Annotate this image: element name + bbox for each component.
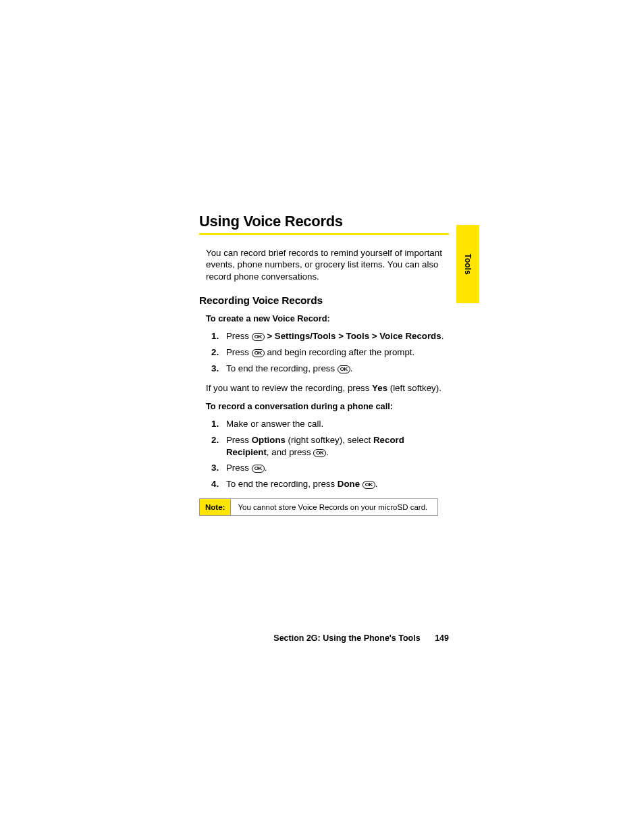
step-number: 2. [211, 434, 219, 446]
step-2: 2. Press OK and begin recording after th… [199, 346, 449, 359]
content-column: Using Voice Records You can record brief… [199, 213, 449, 516]
step-text: . [326, 447, 329, 457]
ok-key-icon: OK [252, 465, 265, 473]
step-text: To end the recording, press [226, 363, 338, 373]
review-line: If you want to review the recording, pre… [206, 383, 449, 393]
page: Tools Using Voice Records You can record… [0, 0, 644, 834]
step-2: 2. Press Options (right softkey), select… [199, 434, 449, 459]
footer-page-number: 149 [435, 633, 449, 643]
side-tab-label: Tools [463, 253, 473, 274]
step-text: . [441, 331, 444, 341]
step-path: > Settings/Tools > Tools > Voice Records [265, 331, 441, 341]
step-text: . [350, 363, 353, 373]
step-text: , and press [267, 447, 313, 457]
step-number: 1. [211, 418, 219, 430]
section-title: Using Voice Records [199, 213, 449, 230]
ok-key-icon: OK [363, 481, 375, 489]
review-text: If you want to review the recording, pre… [206, 383, 372, 393]
step-number: 1. [211, 330, 219, 342]
step-number: 3. [211, 462, 219, 474]
step-1: 1. Press OK > Settings/Tools > Tools > V… [199, 330, 449, 342]
step-text: and begin recording after the prompt. [265, 347, 415, 357]
step-number: 2. [211, 346, 219, 359]
title-underline [199, 233, 449, 235]
ok-key-icon: OK [252, 333, 265, 341]
page-footer: Section 2G: Using the Phone's Tools 149 [199, 633, 449, 643]
step-text: Press [226, 435, 252, 445]
step-1: 1. Make or answer the call. [199, 418, 449, 430]
lead-record-call: To record a conversation during a phone … [206, 401, 449, 411]
ok-key-icon: OK [252, 349, 265, 357]
note-text: You cannot store Voice Records on your m… [231, 499, 437, 515]
lead-create: To create a new Voice Record: [206, 313, 449, 323]
subsection-title: Recording Voice Records [199, 294, 449, 307]
step-text: Press [226, 347, 252, 357]
steps-create: 1. Press OK > Settings/Tools > Tools > V… [199, 330, 449, 375]
side-tab: Tools [456, 225, 479, 303]
note-box: Note: You cannot store Voice Records on … [199, 498, 438, 516]
steps-record-call: 1. Make or answer the call. 2. Press Opt… [199, 418, 449, 491]
footer-section: Section 2G: Using the Phone's Tools [273, 633, 420, 643]
step-text: . [265, 463, 267, 473]
step-3: 3. Press OK. [199, 462, 449, 474]
step-4: 4. To end the recording, press Done OK. [199, 478, 449, 490]
done-label: Done [338, 479, 360, 489]
step-text: . [375, 479, 378, 489]
ok-key-icon: OK [338, 365, 350, 373]
step-3: 3. To end the recording, press OK. [199, 363, 449, 375]
step-text: Make or answer the call. [226, 419, 323, 429]
review-yes: Yes [372, 383, 387, 393]
options-label: Options [252, 435, 286, 445]
step-text: To end the recording, press [226, 479, 338, 489]
step-text: (right softkey), select [286, 435, 373, 445]
review-text: (left softkey). [387, 383, 441, 393]
step-text: Press [226, 331, 252, 341]
intro-paragraph: You can record brief records to remind y… [206, 247, 449, 282]
step-number: 3. [211, 363, 219, 375]
step-number: 4. [211, 478, 219, 490]
step-text: Press [226, 463, 252, 473]
note-label: Note: [200, 499, 231, 515]
ok-key-icon: OK [313, 449, 326, 457]
